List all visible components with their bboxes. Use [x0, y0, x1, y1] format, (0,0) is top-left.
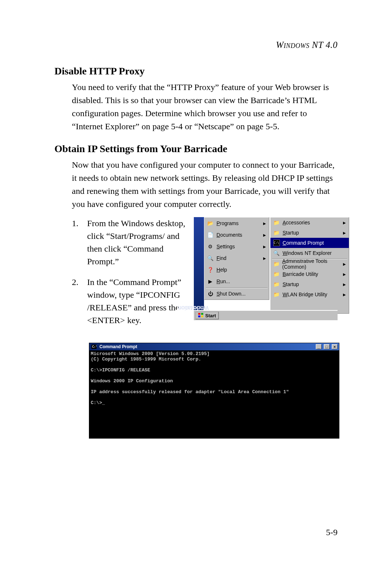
close-button[interactable]: × [332, 344, 338, 349]
menu-item-startup[interactable]: 📁Startup▶ [270, 228, 349, 238]
menu-item-label: Documents [217, 232, 242, 238]
page: Windows NT 4.0 Disable HTTP Proxy You ne… [0, 0, 392, 570]
section-title-obtain-ip: Obtain IP Settings from Your Barricade [54, 143, 338, 155]
command-prompt-titlebar: C:\ Command Prompt _ □ × [89, 343, 339, 350]
menu-item-label: Shut Down... [217, 291, 246, 297]
cmd-icon: C:\ [273, 240, 280, 246]
folder-icon: 📁 [273, 271, 280, 277]
submenu-arrow-icon: ▶ [343, 293, 346, 297]
section-title-disable-proxy: Disable HTTP Proxy [54, 65, 338, 77]
settings-icon: ⚙ [207, 243, 214, 250]
help-icon: ❓ [207, 266, 214, 273]
minimize-button[interactable]: _ [316, 344, 322, 349]
programs-icon: 📂 [207, 220, 214, 227]
section2-intro: Now that you have configured your comput… [72, 158, 338, 211]
svg-text:C:\: C:\ [92, 345, 97, 349]
menu-item-label: Programs [217, 220, 239, 226]
menu-item-programs[interactable]: 📂Programs▶ [204, 217, 269, 229]
menu-item-label: Find [217, 255, 226, 261]
documents-icon: 📄 [207, 232, 214, 238]
menu-item-label: Startup [283, 281, 299, 287]
submenu-arrow-icon: ▶ [343, 272, 346, 276]
menu-item-windows-nt-explorer[interactable]: 🔍Windows NT Explorer [270, 248, 349, 258]
windows-flag-icon [198, 313, 204, 318]
menu-item-run[interactable]: ▶Run... [204, 276, 269, 287]
submenu-arrow-icon: ▶ [263, 245, 266, 249]
menu-item-label: Accessories [283, 220, 310, 225]
command-prompt-figure: C:\ Command Prompt _ □ × Microsoft Windo… [89, 343, 339, 439]
start-menu-column-main: 📂Programs▶📄Documents▶⚙Settings▶🔍Find▶❓He… [204, 217, 269, 300]
start-menu-figure: Windows NT Workstation 📂Programs▶📄Docume… [194, 217, 338, 320]
submenu-arrow-icon: ▶ [343, 282, 346, 286]
folder-icon: 📁 [273, 291, 280, 298]
menu-item-label: Administrative Tools (Common) [282, 258, 340, 270]
menu-item-label: Run... [217, 278, 230, 284]
folder-icon: 📁 [273, 219, 280, 226]
section1-body: You need to verify that the “HTTP Proxy”… [72, 81, 338, 133]
submenu-arrow-icon: ▶ [343, 231, 346, 235]
submenu-arrow-icon: ▶ [343, 262, 346, 266]
steps-block: From the Windows desktop, click “Start/P… [72, 217, 186, 335]
menu-item-barricade-utility[interactable]: 📁Barricade Utility▶ [270, 269, 349, 279]
menu-item-label: Help [217, 267, 227, 273]
menu-item-settings[interactable]: ⚙Settings▶ [204, 241, 269, 252]
submenu-arrow-icon: ▶ [343, 221, 346, 225]
find-icon: 🔍 [207, 255, 214, 261]
content: Disable HTTP Proxy You need to verify th… [54, 65, 338, 439]
command-prompt-body: Microsoft Windows 2000 [Version 5.00.219… [89, 350, 339, 438]
start-button-label: Start [205, 313, 216, 318]
command-prompt-title: Command Prompt [99, 344, 137, 349]
chapter-header: Windows NT 4.0 [276, 40, 338, 50]
menu-item-command-prompt[interactable]: C:\Command Prompt [270, 238, 349, 248]
step-2: In the “Command Prompt” window, type “IP… [72, 276, 186, 327]
shutdown-icon: ⏻ [207, 290, 214, 297]
menu-item-documents[interactable]: 📄Documents▶ [204, 229, 269, 241]
menu-item-label: Settings [217, 244, 235, 249]
menu-item-startup[interactable]: 📁Startup▶ [270, 279, 349, 289]
menu-item-label: Windows NT Explorer [283, 250, 332, 256]
menu-item-help[interactable]: ❓Help [204, 264, 269, 276]
cmd-titlebar-icon: C:\ [91, 343, 97, 350]
menu-item-shut-down[interactable]: ⏻Shut Down... [204, 288, 269, 300]
explorer-icon: 🔍 [273, 250, 280, 256]
folder-icon: 📁 [273, 229, 280, 236]
maximize-button[interactable]: □ [324, 344, 330, 349]
menu-item-label: Barricade Utility [283, 271, 318, 277]
submenu-arrow-icon: ▶ [263, 256, 266, 260]
start-menu-banner: Windows NT Workstation [194, 217, 204, 310]
folder-icon: 📁 [273, 261, 279, 267]
run-icon: ▶ [207, 278, 214, 285]
menu-item-wlan-bridge-utility[interactable]: 📁WLAN Bridge Utility▶ [270, 289, 349, 300]
menu-item-find[interactable]: 🔍Find▶ [204, 252, 269, 264]
start-menu-column-programs: 📁Accessories▶📁Startup▶C:\Command Prompt🔍… [270, 217, 349, 314]
menu-item-accessories[interactable]: 📁Accessories▶ [270, 217, 349, 228]
menu-item-administrative-tools-common[interactable]: 📁Administrative Tools (Common)▶ [270, 259, 349, 269]
menu-item-label: Startup [283, 230, 299, 236]
submenu-arrow-icon: ▶ [263, 233, 266, 237]
steps-list: From the Windows desktop, click “Start/P… [72, 217, 186, 327]
submenu-arrow-icon: ▶ [263, 221, 266, 225]
start-button[interactable]: Start [195, 312, 219, 319]
menu-item-label: Command Prompt [283, 240, 324, 246]
step-row: From the Windows desktop, click “Start/P… [54, 217, 338, 335]
taskbar: Start [194, 310, 338, 320]
page-number: 5-9 [326, 528, 338, 537]
folder-icon: 📁 [273, 281, 280, 288]
menu-item-label: WLAN Bridge Utility [283, 292, 327, 297]
step-1: From the Windows desktop, click “Start/P… [72, 217, 186, 268]
